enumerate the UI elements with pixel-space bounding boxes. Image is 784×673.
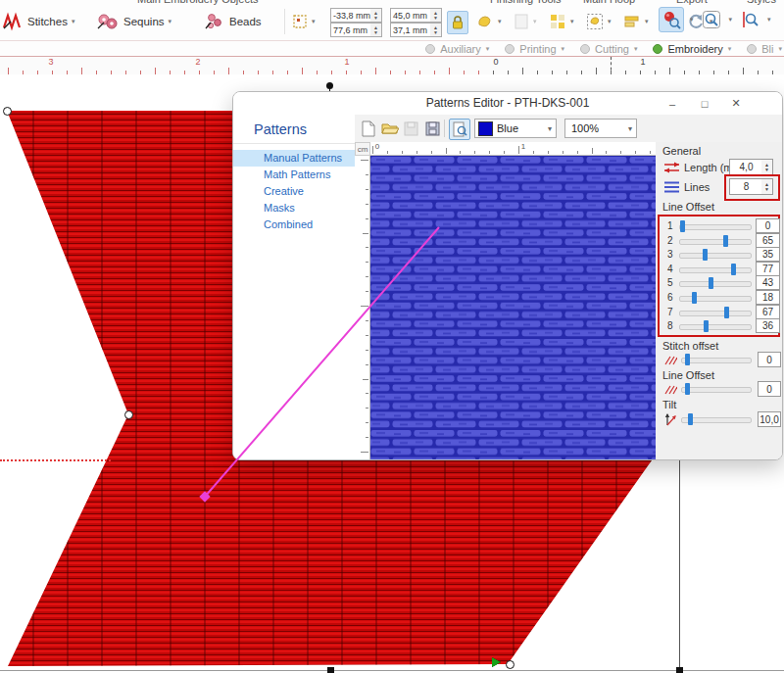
line-offset-value[interactable]: 0 [758, 381, 781, 397]
position-x-stepper[interactable]: ▲▼ [370, 8, 382, 23]
frame-dropdown-icon[interactable]: ▾ [312, 18, 316, 25]
machine-item-bli[interactable]: Bli▾ [747, 43, 782, 55]
line-offset-slider-8[interactable] [679, 324, 752, 330]
machine-dropdown-icon[interactable]: ▾ [562, 45, 565, 53]
line-offset-thumb-5[interactable] [709, 277, 713, 289]
line-offset-value-8[interactable]: 36 [756, 318, 780, 333]
minimize-icon[interactable]: – [661, 94, 684, 113]
length-stepper[interactable]: ▲▼ [761, 159, 773, 175]
dialog-titlebar[interactable]: Patterns Editor - PTH-DKS-001 – □ ✕ [233, 92, 782, 115]
align-tool-button[interactable]: ▾ [623, 7, 649, 36]
lock-proportions-button[interactable] [447, 11, 468, 34]
length-value-field[interactable]: 4,0 [729, 159, 763, 175]
line-offset-thumb-6[interactable] [692, 292, 697, 304]
line-offset-thumb-3[interactable] [703, 249, 708, 261]
preview-toggle-button[interactable] [449, 119, 470, 140]
machine-item-printing[interactable]: Printing▾ [505, 43, 564, 55]
line-offset-value-5[interactable]: 43 [756, 275, 780, 290]
line-offset-slider-3[interactable] [679, 253, 752, 259]
selection-handle-bottom-center[interactable] [327, 667, 334, 673]
save-pattern-button[interactable] [401, 119, 420, 138]
open-pattern-button[interactable] [380, 119, 400, 138]
zoom-pin-dropdown-icon[interactable]: ▾ [690, 16, 694, 24]
size-width-field[interactable]: 45,0 mm [390, 8, 433, 23]
thread-color-select[interactable]: Blue ▾ [474, 119, 557, 138]
tilt-thumb[interactable] [688, 413, 693, 425]
line-offset-value-3[interactable]: 35 [756, 247, 780, 262]
size-height-field[interactable]: 37,1 mm [390, 23, 433, 37]
save-as-pattern-button[interactable] [422, 119, 442, 138]
sidebar-item-masks[interactable]: Masks [233, 200, 355, 216]
grid-tool-button[interactable]: ▾ [549, 7, 574, 36]
stitches-button[interactable]: Stitches ▾ [2, 7, 74, 36]
zoom-line-dropdown-icon[interactable]: ▾ [767, 16, 771, 24]
shape-node-vertex[interactable] [124, 410, 133, 419]
stitch-offset-value[interactable]: 0 [758, 352, 781, 367]
machine-dropdown-icon[interactable]: ▾ [634, 45, 638, 53]
line-offset-thumb[interactable] [685, 383, 690, 395]
zoom-box-button[interactable] [700, 8, 723, 31]
reference-frame-button[interactable]: ▾ [292, 7, 316, 36]
align-dropdown-icon[interactable]: ▾ [645, 18, 649, 25]
new-pattern-button[interactable] [359, 119, 378, 138]
line-offset-thumb-4[interactable] [731, 264, 736, 275]
document-dropdown-icon[interactable]: ▾ [533, 18, 537, 25]
ruler-unit-button[interactable]: cm [355, 142, 370, 156]
line-offset-slider-2[interactable] [679, 239, 752, 245]
tilt-value[interactable]: 10,0 [758, 411, 781, 427]
stitches-dropdown-icon[interactable]: ▾ [72, 18, 75, 25]
machine-dropdown-icon[interactable]: ▾ [728, 45, 732, 53]
stitch-offset-thumb[interactable] [685, 354, 690, 365]
machine-item-auxiliary[interactable]: Auxiliary▾ [425, 43, 489, 55]
line-offset-value-1[interactable]: 0 [756, 218, 780, 233]
machine-item-cutting[interactable]: Cutting▾ [580, 43, 637, 55]
zoom-level-select[interactable]: 100% ▾ [564, 119, 637, 138]
beads-button[interactable]: Beads [204, 7, 262, 36]
line-offset-slider-6[interactable] [679, 296, 752, 302]
line-offset-slider-7[interactable] [679, 311, 752, 316]
lines-stepper[interactable]: ▲▼ [761, 178, 773, 195]
select-dropdown-icon[interactable]: ▾ [608, 18, 612, 25]
position-y-stepper[interactable]: ▲▼ [370, 23, 382, 37]
sequins-dropdown-icon[interactable]: ▾ [169, 18, 172, 25]
machine-item-embroidery[interactable]: Embroidery▾ [653, 43, 731, 55]
grid-dropdown-icon[interactable]: ▾ [570, 18, 574, 25]
shape-dropdown-icon[interactable]: ▾ [498, 18, 502, 25]
sequins-button[interactable]: Sequins ▾ [96, 7, 172, 36]
line-offset-thumb-1[interactable] [680, 220, 685, 232]
line-offset-slider[interactable] [681, 387, 752, 393]
zoom-box-dropdown-icon[interactable]: ▾ [729, 16, 733, 24]
sidebar-item-combined[interactable]: Combined [233, 216, 355, 233]
size-width-stepper[interactable]: ▲▼ [430, 8, 442, 23]
lines-value-field[interactable]: 8 [729, 178, 763, 195]
close-icon[interactable]: ✕ [724, 94, 748, 113]
sidebar-item-creative[interactable]: Creative [233, 183, 355, 200]
select-tool-button[interactable]: ▾ [586, 7, 612, 36]
line-offset-value-7[interactable]: 67 [756, 305, 780, 319]
position-x-field[interactable]: -33,8 mm [330, 8, 373, 23]
line-offset-value-6[interactable]: 18 [756, 290, 780, 305]
line-offset-value-2[interactable]: 65 [756, 233, 780, 248]
stitch-offset-slider[interactable] [681, 358, 752, 363]
line-offset-thumb-8[interactable] [704, 320, 709, 332]
line-offset-slider-4[interactable] [679, 267, 752, 273]
selection-handle-bottom-right[interactable] [676, 667, 683, 673]
size-height-stepper[interactable]: ▲▼ [430, 23, 442, 37]
machine-dropdown-icon[interactable]: ▾ [778, 45, 782, 53]
maximize-icon[interactable]: □ [693, 94, 716, 113]
shape-tool-button[interactable]: ▾ [476, 7, 502, 36]
shape-node-top-left[interactable] [3, 107, 12, 116]
shape-node-bottom[interactable] [506, 660, 514, 669]
sidebar-item-manual-patterns[interactable]: Manual Patterns [233, 150, 355, 167]
line-offset-thumb-2[interactable] [723, 235, 728, 247]
pattern-preview-canvas[interactable] [370, 156, 656, 459]
sidebar-item-math-patterns[interactable]: Math Patterns [233, 167, 355, 183]
position-y-field[interactable]: 77,6 mm [330, 23, 373, 37]
line-offset-value-4[interactable]: 77 [756, 262, 780, 276]
line-offset-slider-1[interactable] [679, 224, 752, 230]
line-offset-slider-5[interactable] [679, 281, 752, 287]
machine-dropdown-icon[interactable]: ▾ [486, 45, 490, 53]
zoom-pin-button[interactable] [659, 7, 684, 32]
zoom-line-button[interactable] [738, 8, 761, 31]
tilt-slider[interactable] [681, 417, 752, 423]
